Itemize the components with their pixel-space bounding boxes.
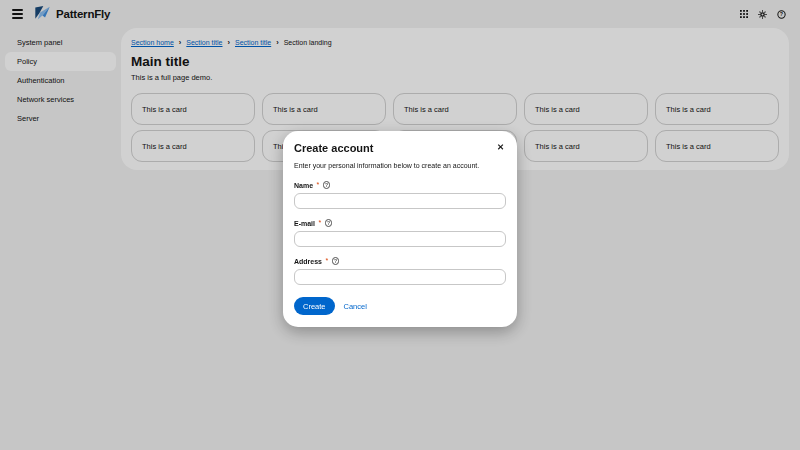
required-asterisk: * bbox=[326, 257, 329, 264]
form-group-email: E-mail * ? bbox=[294, 219, 506, 247]
email-field-label: E-mail bbox=[294, 220, 315, 227]
form-group-address: Address * ? bbox=[294, 257, 506, 285]
modal-header: Create account ✕ bbox=[294, 142, 506, 154]
name-field-label: Name bbox=[294, 182, 313, 189]
required-asterisk: * bbox=[319, 219, 322, 226]
required-asterisk: * bbox=[317, 181, 320, 188]
form-group-name: Name * ? bbox=[294, 181, 506, 209]
address-input[interactable] bbox=[294, 269, 506, 285]
create-button[interactable]: Create bbox=[294, 297, 335, 315]
cancel-button[interactable]: Cancel bbox=[344, 302, 367, 311]
modal-footer: Create Cancel bbox=[294, 297, 506, 315]
name-input[interactable] bbox=[294, 193, 506, 209]
modal-description: Enter your personal information below to… bbox=[294, 162, 506, 169]
modal-title: Create account bbox=[294, 142, 373, 154]
close-icon[interactable]: ✕ bbox=[495, 142, 506, 153]
email-help-icon[interactable]: ? bbox=[325, 219, 333, 227]
name-help-icon[interactable]: ? bbox=[323, 181, 331, 189]
email-input[interactable] bbox=[294, 231, 506, 247]
address-help-icon[interactable]: ? bbox=[332, 257, 340, 265]
address-field-label: Address bbox=[294, 258, 322, 265]
create-account-modal: Create account ✕ Enter your personal inf… bbox=[283, 131, 517, 327]
